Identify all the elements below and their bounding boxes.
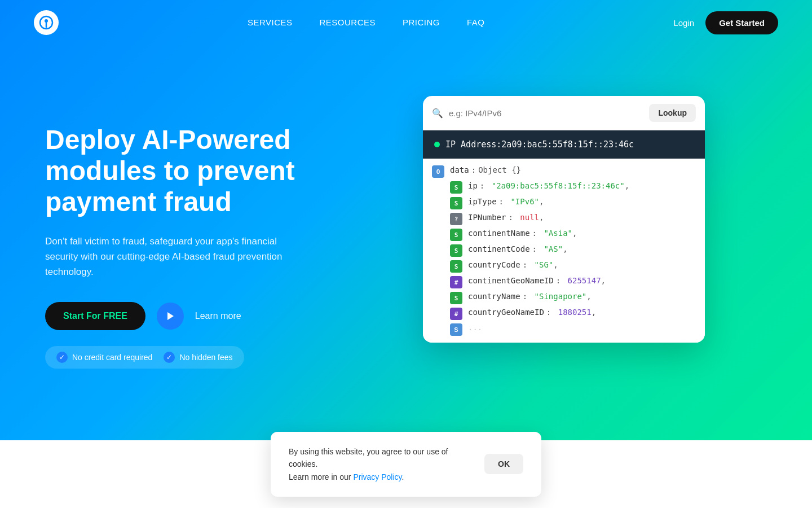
cookie-ok-button[interactable]: OK: [484, 454, 523, 474]
cookie-line1: By using this website, you agree to our …: [289, 447, 448, 468]
start-free-button[interactable]: Start For FREE: [45, 302, 145, 330]
learn-more-link[interactable]: Learn more: [195, 311, 241, 321]
data-row-ipnumber: ? IPNumber : null ,: [432, 213, 696, 225]
badge-no-fees: ✓ No hidden fees: [164, 352, 232, 363]
api-card-wrapper: 🔍 Lookup IP Address:2a09:bac5:55f8:15f::…: [350, 90, 778, 343]
get-started-button[interactable]: Get Started: [705, 11, 778, 34]
type-badge-hash-continentgeonameid: #: [450, 276, 462, 288]
ip-search-input[interactable]: [449, 108, 643, 118]
api-demo-card: 🔍 Lookup IP Address:2a09:bac5:55f8:15f::…: [423, 96, 705, 343]
type-badge-s-continentname: S: [450, 229, 462, 241]
api-search-bar: 🔍 Lookup: [423, 96, 705, 130]
nav-item-services[interactable]: SERVICES: [248, 17, 293, 28]
play-button[interactable]: [157, 303, 184, 330]
data-row-continentname: S continentName : "Asia" ,: [432, 229, 696, 241]
type-badge-o: O: [432, 165, 444, 178]
badge-no-card-text: No credit card required: [72, 353, 152, 362]
data-row-continentcode: S continentCode : "AS" ,: [432, 244, 696, 257]
logo-icon: [34, 10, 59, 35]
cookie-banner: By using this website, you agree to our …: [271, 432, 541, 497]
ip-status-dot: [434, 142, 440, 147]
type-badge-q-ipnumber: ?: [450, 213, 462, 225]
type-badge-s-continentcode: S: [450, 244, 462, 257]
hero-subtitle: Don't fall victim to fraud, safeguard yo…: [45, 234, 293, 280]
navbar: SERVICES RESOURCES PRICING FAQ Login Get…: [0, 0, 812, 45]
free-label: FREE: [103, 311, 127, 321]
nav-item-resources[interactable]: RESOURCES: [319, 17, 376, 28]
scroll-badge: S: [450, 323, 462, 336]
cookie-line2: Learn more in our: [289, 472, 353, 481]
hero-section: Deploy AI-Powered modules to prevent pay…: [0, 45, 812, 369]
hero-title: Deploy AI-Powered modules to prevent pay…: [45, 124, 327, 218]
hero-cta: Start For FREE Learn more: [45, 302, 327, 330]
data-row-countryname: S countryName : "Singapore" ,: [432, 292, 696, 304]
login-button[interactable]: Login: [673, 18, 694, 28]
lookup-button[interactable]: Lookup: [649, 104, 696, 122]
scroll-indicator: S ···: [432, 323, 696, 336]
data-row-continentgeonameid: # continentGeoNameID : 6255147 ,: [432, 276, 696, 288]
data-row-countrycode: S countryCode : "SG" ,: [432, 260, 696, 273]
api-data-output: O data : Object {} S ip : "2a09:bac5:55f…: [423, 159, 705, 343]
data-row-countrygeonameid: # countryGeoNameID : 1880251 ,: [432, 308, 696, 320]
nav-item-pricing[interactable]: PRICING: [403, 17, 440, 28]
data-row-iptype: S ipType : "IPv6" ,: [432, 197, 696, 209]
nav-links: SERVICES RESOURCES PRICING FAQ: [248, 17, 485, 28]
data-row-0: O data : Object {}: [432, 165, 696, 178]
nav-actions: Login Get Started: [673, 11, 778, 34]
check-icon-no-card: ✓: [56, 352, 68, 363]
scroll-dots: ···: [468, 325, 482, 334]
type-badge-s-countrycode: S: [450, 260, 462, 273]
nav-item-faq[interactable]: FAQ: [467, 17, 485, 28]
type-badge-s-iptype: S: [450, 197, 462, 209]
hero-badges: ✓ No credit card required ✓ No hidden fe…: [45, 346, 244, 369]
logo[interactable]: [34, 10, 59, 35]
type-badge-hash-countrygeonameid: #: [450, 308, 462, 320]
search-icon: 🔍: [432, 108, 443, 119]
privacy-policy-link[interactable]: Privacy Policy: [353, 472, 401, 481]
type-badge-s-countryname: S: [450, 292, 462, 304]
badge-no-fees-text: No hidden fees: [179, 353, 232, 362]
ip-address-text: IP Address:2a09:bac5:55f8:15f::23:46c: [445, 139, 634, 150]
cookie-text: By using this website, you agree to our …: [289, 445, 473, 483]
data-row-ip: S ip : "2a09:bac5:55f8:15f::23:46c" ,: [432, 181, 696, 194]
check-icon-no-fees: ✓: [164, 352, 175, 363]
start-prefix: Start For: [63, 311, 103, 321]
svg-marker-3: [167, 312, 174, 320]
hero-text: Deploy AI-Powered modules to prevent pay…: [45, 90, 327, 369]
type-badge-s-ip: S: [450, 181, 462, 194]
badge-no-card: ✓ No credit card required: [56, 352, 152, 363]
ip-address-bar: IP Address:2a09:bac5:55f8:15f::23:46c: [423, 130, 705, 159]
